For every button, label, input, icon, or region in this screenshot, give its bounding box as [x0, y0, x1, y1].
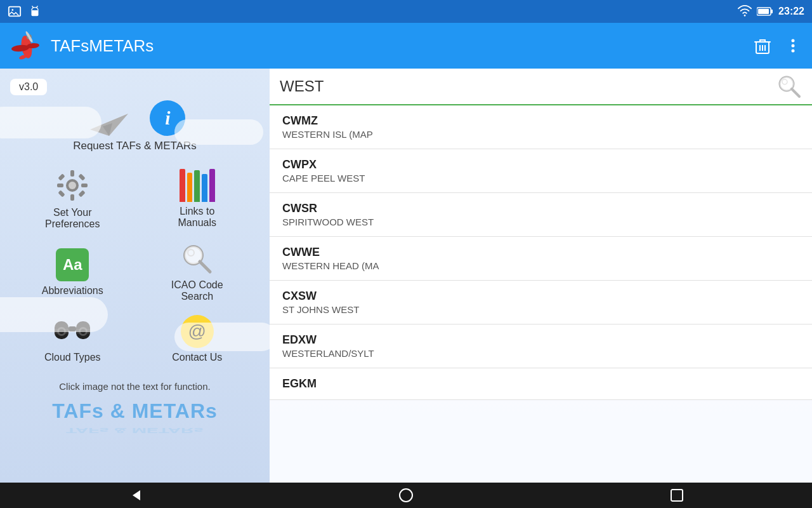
watermark: TAFs & METARs — [52, 399, 218, 423]
home-button[interactable] — [387, 483, 425, 508]
search-bar — [270, 69, 812, 105]
right-panel: CWMZ WESTERN ISL (MAP CWPX CAPE PEEL WES… — [270, 69, 812, 483]
result-name: ST JOHNS WEST — [282, 304, 799, 315]
watermark-reflection: TAFs & METARs — [66, 427, 204, 435]
main-content: v3.0 i Request TAFs & METARs — [0, 69, 812, 483]
recent-icon — [670, 488, 684, 502]
svg-point-6 — [744, 15, 746, 17]
result-item[interactable]: EDXW WESTERLAND/SYLT — [270, 324, 812, 368]
preferences-item[interactable]: Set Your Preferences — [16, 168, 129, 230]
abbreviations-label: Abbreviations — [42, 285, 103, 297]
svg-rect-34 — [79, 190, 86, 197]
row-cloud-contact: Cloud Types @ Contact Us — [10, 315, 259, 363]
result-code: CWSR — [282, 202, 799, 215]
search-icon — [181, 243, 214, 276]
status-time: 23:22 — [778, 6, 804, 17]
info-icon[interactable]: i — [150, 100, 185, 136]
result-code: CWPX — [282, 158, 799, 171]
svg-point-28 — [69, 182, 76, 189]
svg-line-5 — [37, 6, 37, 8]
svg-rect-0 — [9, 7, 20, 17]
status-icons-left — [8, 4, 42, 18]
app-title: TAFsMETARs — [51, 36, 154, 56]
gear-icon — [55, 168, 90, 203]
books-icon — [180, 169, 215, 202]
magnifier-icon — [181, 243, 214, 276]
svg-point-49 — [81, 329, 86, 334]
svg-point-48 — [59, 329, 64, 334]
nav-bar — [0, 483, 812, 508]
result-item[interactable]: EGKM — [270, 368, 812, 400]
app-bar-right — [752, 36, 802, 56]
svg-line-52 — [792, 89, 799, 97]
aa-icon: Aa — [56, 248, 89, 281]
cloud-types-item[interactable]: Cloud Types — [16, 315, 129, 363]
svg-line-39 — [200, 262, 210, 272]
android-icon — [28, 4, 42, 18]
request-label: Request TAFs & METARs — [73, 140, 197, 152]
abbreviations-item[interactable]: Aa Abbreviations — [16, 248, 129, 297]
status-icons-right: 23:22 — [738, 4, 804, 18]
result-name: SPIRITWOOD WEST — [282, 217, 799, 227]
preferences-label: Set Your Preferences — [45, 207, 100, 230]
manuals-item[interactable]: Links to Manuals — [141, 169, 253, 229]
home-icon — [398, 488, 414, 503]
svg-rect-33 — [58, 173, 65, 180]
delete-icon[interactable] — [752, 36, 773, 56]
svg-marker-54 — [133, 490, 140, 500]
contact-us-label: Contact Us — [172, 352, 222, 363]
svg-rect-2 — [33, 10, 34, 12]
svg-rect-31 — [57, 184, 63, 187]
contact-us-item[interactable]: @ Contact Us — [141, 315, 253, 363]
result-item[interactable]: CWMZ WESTERN ISL (MAP — [270, 105, 812, 149]
app-bar-left: TAFsMETARs — [10, 29, 154, 62]
svg-point-22 — [792, 44, 795, 48]
binoculars-icon — [53, 315, 91, 348]
result-name: WESTERN HEAD (MA — [282, 260, 799, 271]
icao-search-label: ICAO Code Search — [171, 279, 223, 302]
svg-rect-29 — [70, 170, 74, 177]
result-code: EGKM — [282, 377, 799, 391]
result-name: CAPE PEEL WEST — [282, 173, 799, 184]
battery-icon — [757, 6, 773, 17]
paper-plane-icon[interactable] — [84, 101, 134, 136]
result-code: CWMZ — [282, 114, 799, 128]
more-icon[interactable] — [784, 37, 802, 55]
icao-search-item[interactable]: ICAO Code Search — [141, 243, 253, 302]
svg-rect-36 — [79, 173, 86, 180]
row-preferences-manuals: Set Your Preferences Links to Manuals — [10, 168, 259, 230]
left-panel: v3.0 i Request TAFs & METARs — [0, 69, 270, 483]
svg-rect-8 — [771, 10, 773, 13]
app-logo — [10, 29, 43, 62]
recent-button[interactable] — [658, 483, 696, 508]
status-bar: 23:22 — [0, 0, 812, 23]
svg-point-21 — [792, 39, 795, 43]
search-input[interactable] — [280, 77, 771, 95]
request-section: i Request TAFs & METARs — [73, 100, 197, 152]
email-icon: @ — [181, 315, 214, 348]
svg-rect-35 — [58, 190, 65, 197]
back-button[interactable] — [116, 483, 154, 508]
manuals-label: Links to Manuals — [178, 206, 216, 229]
result-item[interactable]: CWSR SPIRITWOOD WEST — [270, 193, 812, 237]
result-code: CWWE — [282, 246, 799, 259]
row-abbrev-icao: Aa Abbreviations ICAO Code Search — [10, 243, 259, 302]
svg-line-4 — [32, 6, 33, 8]
app-bar: TAFsMETARs — [0, 23, 812, 69]
gear-icon-container — [53, 168, 91, 203]
svg-point-23 — [792, 50, 795, 53]
version-badge: v3.0 — [10, 79, 47, 95]
search-button-icon[interactable] — [776, 74, 802, 99]
result-item[interactable]: CWWE WESTERN HEAD (MA — [270, 237, 812, 281]
result-item[interactable]: CXSW ST JOHNS WEST — [270, 281, 812, 324]
svg-point-55 — [400, 489, 412, 502]
result-item[interactable]: CWPX CAPE PEEL WEST — [270, 149, 812, 193]
svg-rect-30 — [70, 194, 74, 201]
hint-text: Click image not the text for function. — [59, 381, 210, 392]
result-name: WESTERN ISL (MAP — [282, 129, 799, 140]
result-name: WESTERLAND/SYLT — [282, 348, 799, 359]
svg-rect-9 — [758, 9, 769, 14]
svg-rect-32 — [81, 184, 88, 187]
back-icon — [128, 488, 143, 503]
cloud-types-label: Cloud Types — [44, 352, 101, 363]
